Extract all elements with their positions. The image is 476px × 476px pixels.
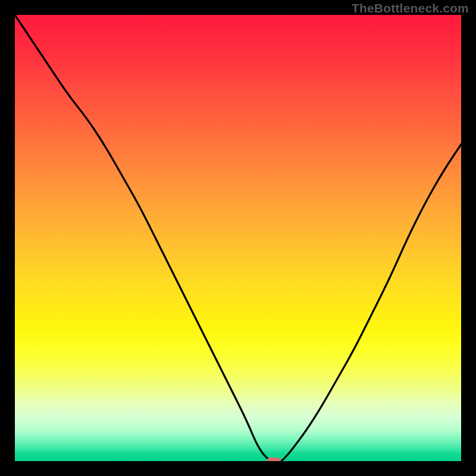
result-marker bbox=[267, 458, 281, 461]
chart-container: TheBottleneck.com bbox=[0, 0, 476, 476]
plot-area bbox=[15, 15, 461, 461]
bottleneck-curve bbox=[15, 15, 461, 461]
curve-svg bbox=[15, 15, 461, 461]
watermark-text: TheBottleneck.com bbox=[352, 1, 469, 15]
